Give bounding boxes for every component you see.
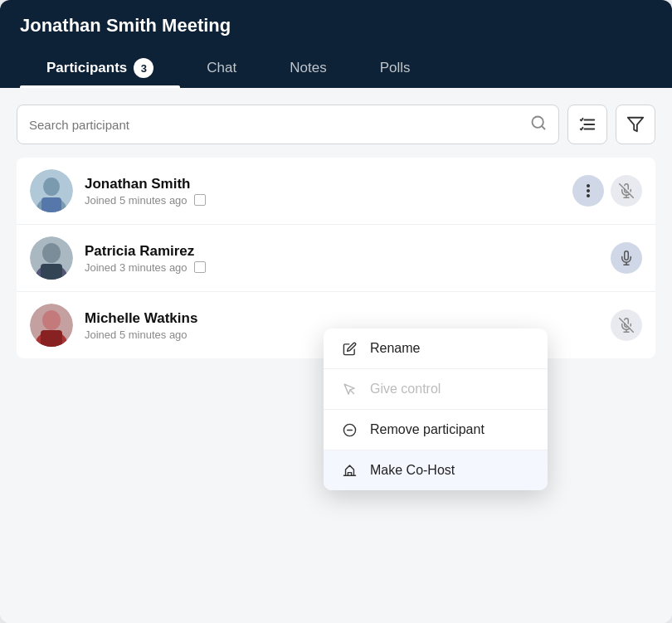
app-container: Jonathan Smith Meeting Participants 3 Ch… xyxy=(0,0,672,623)
participant-name-patricia: Patricia Ramirez xyxy=(85,243,611,260)
tab-chat[interactable]: Chat xyxy=(180,48,263,88)
svg-point-17 xyxy=(42,243,61,263)
participant-status-patricia: Joined 3 minutes ago xyxy=(85,261,611,274)
tab-participants[interactable]: Participants 3 xyxy=(20,48,180,88)
menu-label-cohost: Make Co-Host xyxy=(370,463,455,478)
svg-point-10 xyxy=(587,184,590,187)
main-content: Jonathan Smith Joined 5 minutes ago xyxy=(0,88,672,623)
sort-button[interactable] xyxy=(567,105,607,144)
participant-status-jonathan: Joined 5 minutes ago xyxy=(85,194,572,207)
avatar-patricia xyxy=(30,236,73,280)
menu-item-make-cohost[interactable]: Make Co-Host xyxy=(324,450,548,490)
pencil-icon xyxy=(340,342,358,356)
svg-point-23 xyxy=(42,310,61,330)
tab-notes-label: Notes xyxy=(290,60,326,76)
menu-item-rename[interactable]: Rename xyxy=(324,329,548,369)
participant-row: Jonathan Smith Joined 5 minutes ago xyxy=(17,158,655,225)
tab-participants-label: Participants xyxy=(46,60,127,76)
mute-button-patricia[interactable] xyxy=(611,242,642,274)
search-row xyxy=(17,105,655,144)
more-options-button-jonathan[interactable] xyxy=(572,175,604,207)
header: Jonathan Smith Meeting Participants 3 Ch… xyxy=(0,0,672,88)
meeting-title: Jonathan Smith Meeting xyxy=(20,15,652,37)
participant-row: Patricia Ramirez Joined 3 minutes ago xyxy=(17,225,655,292)
filter-button[interactable] xyxy=(616,105,655,144)
search-input[interactable] xyxy=(29,118,530,132)
participant-info-patricia: Patricia Ramirez Joined 3 minutes ago xyxy=(85,243,611,274)
svg-rect-25 xyxy=(41,330,62,347)
participant-actions-michelle xyxy=(611,309,642,341)
menu-label-give-control: Give control xyxy=(370,382,441,397)
menu-item-remove-participant[interactable]: Remove participant xyxy=(324,410,548,450)
mute-button-michelle[interactable] xyxy=(611,309,642,341)
participant-info-jonathan: Jonathan Smith Joined 5 minutes ago xyxy=(85,176,572,207)
svg-rect-9 xyxy=(41,197,61,212)
menu-item-give-control: Give control xyxy=(324,369,548,410)
search-icon xyxy=(530,114,547,135)
svg-rect-19 xyxy=(41,264,62,280)
avatar-jonathan xyxy=(30,169,73,212)
menu-label-rename: Rename xyxy=(370,341,420,356)
context-menu: Rename Give control Remo xyxy=(324,329,548,490)
participants-badge: 3 xyxy=(134,58,153,78)
menu-label-remove: Remove participant xyxy=(370,422,485,437)
tab-chat-label: Chat xyxy=(207,60,236,76)
participant-name-jonathan: Jonathan Smith xyxy=(85,176,572,192)
tab-polls[interactable]: Polls xyxy=(353,48,437,88)
status-checkbox-jonathan xyxy=(194,194,206,206)
participant-actions-jonathan xyxy=(572,175,642,207)
search-wrapper[interactable] xyxy=(17,105,559,144)
participant-name-michelle: Michelle Watkins xyxy=(85,310,611,327)
participant-actions-patricia xyxy=(611,242,642,274)
svg-point-12 xyxy=(587,194,590,197)
svg-line-1 xyxy=(542,125,545,129)
cursor-icon xyxy=(340,382,358,397)
status-checkbox-patricia xyxy=(194,261,206,273)
tab-bar: Participants 3 Chat Notes Polls xyxy=(20,48,652,88)
minus-circle-icon xyxy=(340,423,358,437)
svg-point-11 xyxy=(587,189,590,192)
avatar-michelle xyxy=(30,304,73,347)
tab-polls-label: Polls xyxy=(380,60,411,76)
tab-notes[interactable]: Notes xyxy=(263,48,353,88)
svg-marker-5 xyxy=(628,118,643,132)
svg-point-7 xyxy=(43,178,60,196)
mute-button-jonathan[interactable] xyxy=(611,175,642,207)
crown-icon xyxy=(340,464,358,478)
